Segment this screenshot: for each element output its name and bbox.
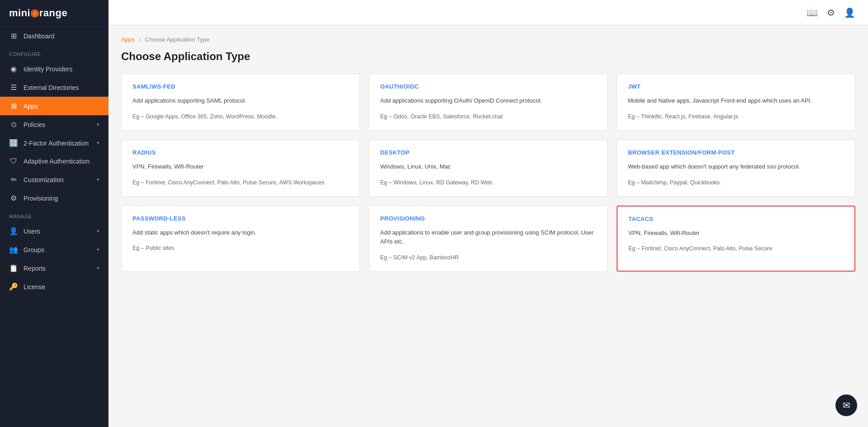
card-examples-jwt: Eg – Thinkific, React.js, Firebase, Angu… (628, 112, 844, 121)
sidebar-item-label-external-directories: External Directories (24, 84, 79, 91)
main-content: 📖 ⚙ 👤 Apps / Choose Application Type Cho… (108, 0, 868, 427)
logo: mini◉range (0, 0, 108, 27)
chevron-down-icon: ▾ (97, 122, 99, 127)
sidebar-item-adaptive-auth[interactable]: 🛡Adaptive Authentication (0, 152, 108, 170)
sidebar-item-reports[interactable]: 📋Reports▾ (0, 259, 108, 277)
reports-icon: 📋 (9, 264, 18, 272)
sidebar-item-users[interactable]: 👤Users▾ (0, 222, 108, 240)
customization-icon: ✏ (9, 175, 18, 184)
sidebar-item-provisioning[interactable]: ⚙Provisioning (0, 189, 108, 207)
card-desc-radius: VPN, Firewalls, Wifi-Router (132, 162, 349, 172)
sidebar-item-apps[interactable]: ⊞Apps (0, 97, 108, 115)
chevron-down-icon: ▾ (97, 140, 99, 146)
dashboard-icon: ⊞ (9, 32, 18, 40)
sidebar-item-label-2fa: 2-Factor Authentication (24, 140, 89, 147)
card-title-radius: RADIUS (132, 149, 349, 156)
sidebar-item-2fa[interactable]: 🔢2-Factor Authentication▾ (0, 134, 108, 152)
sidebar-section-label: Manage (0, 207, 108, 222)
breadcrumb-apps[interactable]: Apps (121, 36, 135, 43)
card-examples-desktop: Eg – Windows, Linux, RD Gateway, RD Web. (380, 178, 596, 187)
chevron-down-icon: ▾ (97, 265, 99, 271)
page-title: Choose Application Type (121, 50, 855, 63)
sidebar-item-groups[interactable]: 👥Groups▾ (0, 240, 108, 259)
card-desc-oauth: Add applications supporting OAuth/ OpenI… (380, 96, 596, 106)
adaptive-auth-icon: 🛡 (9, 157, 18, 165)
app-card-tacacs[interactable]: TACACSVPN, Firewalls, Wifi-RouterEg – Fo… (617, 206, 855, 272)
sidebar-item-label-identity-providers: Identity Providers (24, 66, 72, 73)
app-card-oauth[interactable]: OAUTH/OIDCAdd applications supporting OA… (369, 74, 608, 131)
sidebar-item-label-license: License (24, 283, 45, 291)
page-content: Apps / Choose Application Type Choose Ap… (108, 25, 868, 427)
card-examples-tacacs: Eg – Fortinet, Cisco AnyConnect, Palo Al… (628, 244, 844, 253)
card-title-browser-ext: BROWSER EXTENSION/FORM-POST (628, 149, 844, 156)
book-icon[interactable]: 📖 (807, 7, 818, 18)
card-title-tacacs: TACACS (628, 216, 844, 222)
card-examples-saml: Eg – Google Apps, Office 365, Zoho, Word… (132, 112, 349, 121)
card-desc-jwt: Mobile and Native apps, Javascript Front… (628, 96, 844, 106)
chevron-down-icon: ▾ (97, 177, 99, 183)
card-title-provisioning: PROVISIONING (380, 215, 596, 222)
app-card-saml[interactable]: SAML/WS-FEDAdd applications supporting S… (121, 74, 360, 131)
identity-providers-icon: ◉ (9, 65, 18, 73)
sidebar-item-label-groups: Groups (24, 246, 44, 253)
sidebar: mini◉range ⊞DashboardConfigure◉Identity … (0, 0, 108, 427)
chevron-down-icon: ▾ (97, 228, 99, 234)
sidebar-section-label: Configure (0, 45, 108, 60)
card-desc-provisioning: Add applications to enable user and grou… (380, 228, 596, 247)
app-card-jwt[interactable]: JWTMobile and Native apps, Javascript Fr… (617, 74, 855, 131)
app-card-provisioning[interactable]: PROVISIONINGAdd applications to enable u… (369, 206, 608, 272)
provisioning-icon: ⚙ (9, 194, 18, 202)
sidebar-item-customization[interactable]: ✏Customization▾ (0, 170, 108, 189)
sidebar-item-label-dashboard: Dashboard (24, 33, 55, 40)
sidebar-item-dashboard[interactable]: ⊞Dashboard (0, 27, 108, 45)
sidebar-item-label-policies: Policies (24, 121, 45, 128)
sidebar-item-policies[interactable]: ⊙Policies▾ (0, 115, 108, 134)
gear-icon[interactable]: ⚙ (827, 7, 835, 18)
card-examples-browser-ext: Eg – Mailchimp, Paypal, Quickbooks. (628, 178, 844, 187)
policies-icon: ⊙ (9, 120, 18, 129)
groups-icon: 👥 (9, 245, 18, 254)
card-desc-browser-ext: Web-based app which doesn't support any … (628, 162, 844, 172)
sidebar-item-label-users: Users (24, 228, 40, 235)
topbar-icons: 📖 ⚙ 👤 (807, 7, 855, 18)
chat-button[interactable]: ✉ (835, 394, 857, 416)
breadcrumb-current: Choose Application Type (145, 36, 210, 43)
sidebar-item-license[interactable]: 🔑License (0, 277, 108, 296)
sidebar-item-external-directories[interactable]: ☰External Directories (0, 78, 108, 97)
chevron-down-icon: ▾ (97, 247, 99, 253)
breadcrumb-separator: / (139, 36, 141, 43)
card-examples-oauth: Eg – Odoo, Oracle EBS, Salesforce, Rocke… (380, 112, 596, 121)
topbar: 📖 ⚙ 👤 (108, 0, 868, 25)
user-icon[interactable]: 👤 (844, 7, 855, 18)
external-directories-icon: ☰ (9, 83, 18, 92)
card-title-jwt: JWT (628, 83, 844, 90)
card-title-saml: SAML/WS-FED (132, 83, 349, 90)
sidebar-item-label-apps: Apps (24, 103, 38, 110)
sidebar-item-identity-providers[interactable]: ◉Identity Providers (0, 60, 108, 78)
app-card-browser-ext[interactable]: BROWSER EXTENSION/FORM-POSTWeb-based app… (617, 140, 855, 197)
sidebar-item-label-adaptive-auth: Adaptive Authentication (24, 158, 90, 165)
card-title-desktop: DESKTOP (380, 149, 596, 156)
sidebar-item-label-customization: Customization (24, 176, 64, 183)
cards-grid: SAML/WS-FEDAdd applications supporting S… (121, 74, 855, 272)
apps-icon: ⊞ (9, 102, 18, 110)
license-icon: 🔑 (9, 282, 18, 291)
app-card-desktop[interactable]: DESKTOPWindows, Linux, Unix, MacEg – Win… (369, 140, 608, 197)
card-desc-tacacs: VPN, Firewalls, Wifi-Router (628, 229, 844, 238)
users-icon: 👤 (9, 227, 18, 235)
breadcrumb: Apps / Choose Application Type (121, 36, 855, 43)
card-desc-desktop: Windows, Linux, Unix, Mac (380, 162, 596, 172)
card-title-passwordless: PASSWORD-LESS (132, 215, 349, 222)
card-examples-passwordless: Eg – Public sites (132, 244, 349, 253)
card-desc-saml: Add applications supporting SAML protoco… (132, 96, 349, 106)
app-card-radius[interactable]: RADIUSVPN, Firewalls, Wifi-RouterEg – Fo… (121, 140, 360, 197)
card-examples-radius: Eg – Fortinet, Cisco AnyConnect, Palo Al… (132, 178, 349, 187)
app-card-passwordless[interactable]: PASSWORD-LESSAdd static apps which doesn… (121, 206, 360, 272)
sidebar-item-label-reports: Reports (24, 265, 46, 272)
2fa-icon: 🔢 (9, 139, 18, 147)
card-examples-provisioning: Eg – SCIM v2 App, BambooHR (380, 253, 596, 262)
card-desc-passwordless: Add static apps which doesn't require an… (132, 228, 349, 238)
card-title-oauth: OAUTH/OIDC (380, 83, 596, 90)
sidebar-item-label-provisioning: Provisioning (24, 195, 58, 202)
